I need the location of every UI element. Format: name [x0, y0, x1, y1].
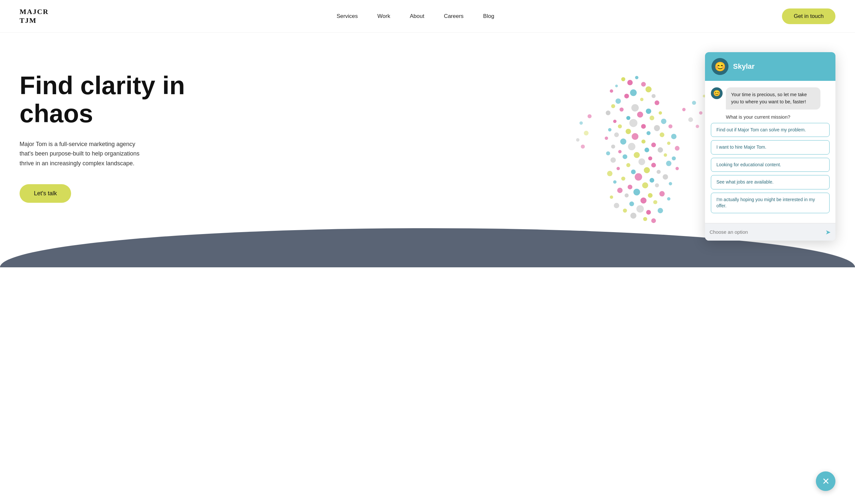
svg-point-104	[584, 131, 588, 135]
svg-point-74	[633, 189, 640, 196]
svg-point-65	[649, 178, 654, 183]
svg-point-82	[614, 203, 619, 208]
svg-point-70	[628, 184, 632, 189]
svg-point-57	[666, 161, 672, 166]
svg-point-62	[607, 171, 613, 176]
svg-point-71	[655, 183, 659, 187]
chat-bubble-1: Your time is precious, so let me take yo…	[726, 87, 820, 110]
svg-point-24	[629, 119, 638, 127]
nav-item-about[interactable]: About	[410, 13, 424, 20]
svg-point-0	[627, 80, 633, 85]
svg-point-77	[659, 191, 665, 197]
svg-point-81	[653, 200, 657, 204]
chat-option-2[interactable]: I want to hire Major Tom.	[711, 140, 830, 155]
svg-point-103	[580, 121, 583, 125]
svg-point-61	[657, 170, 661, 174]
svg-point-30	[626, 129, 631, 134]
nav-item-careers[interactable]: Careers	[444, 13, 463, 20]
svg-point-105	[576, 138, 580, 142]
chat-avatar: 😊	[712, 58, 729, 75]
svg-point-39	[651, 142, 656, 147]
chat-message-row-1: 😊 Your time is precious, so let me take …	[711, 87, 830, 110]
svg-point-102	[588, 114, 591, 118]
chat-widget: 😊 Skylar 😊 Your time is precious, so let…	[705, 52, 835, 240]
svg-point-49	[648, 157, 652, 160]
svg-point-21	[649, 116, 654, 120]
svg-point-11	[616, 98, 621, 104]
chat-body: 😊 Your time is precious, so let me take …	[705, 81, 835, 223]
svg-point-41	[667, 142, 671, 145]
svg-point-78	[610, 196, 613, 199]
svg-point-92	[692, 101, 696, 105]
svg-point-37	[641, 140, 645, 143]
get-in-touch-button[interactable]: Get in touch	[782, 8, 835, 24]
svg-point-31	[647, 131, 651, 135]
svg-point-106	[581, 144, 585, 148]
nav-item-blog[interactable]: Blog	[483, 13, 494, 20]
svg-point-73	[669, 182, 672, 185]
svg-point-75	[648, 193, 653, 198]
nav-item-services[interactable]: Services	[337, 13, 358, 20]
svg-point-95	[699, 111, 702, 114]
svg-point-20	[626, 116, 630, 120]
lets-talk-button[interactable]: Let's talk	[20, 184, 71, 203]
hero-title: Find clarity in chaos	[20, 72, 189, 128]
svg-point-87	[658, 208, 663, 214]
chat-msg-avatar: 😊	[711, 87, 723, 99]
chat-option-4[interactable]: See what jobs are available.	[711, 175, 830, 190]
svg-point-68	[613, 180, 616, 183]
svg-point-80	[629, 201, 634, 206]
site-header: MAJCR TJM Services Work About Careers Bl…	[0, 0, 855, 33]
svg-point-3	[641, 82, 646, 86]
svg-point-1	[635, 76, 639, 79]
svg-point-89	[643, 217, 647, 221]
chat-option-3[interactable]: Looking for educational content.	[711, 158, 830, 172]
svg-point-67	[663, 174, 668, 180]
svg-point-29	[669, 124, 672, 128]
chat-footer: ➤	[705, 223, 835, 240]
svg-point-85	[646, 210, 651, 215]
svg-point-94	[688, 118, 693, 122]
svg-point-15	[646, 109, 652, 114]
hero-content: Find clarity in chaos Major Tom is a ful…	[20, 59, 189, 203]
chat-input[interactable]	[710, 227, 822, 237]
chat-option-5[interactable]: I'm actually hoping you might be interes…	[711, 193, 830, 213]
svg-point-16	[620, 108, 623, 111]
svg-point-23	[661, 119, 666, 124]
svg-point-18	[606, 110, 610, 115]
svg-point-38	[620, 139, 626, 145]
svg-point-28	[608, 128, 611, 131]
chat-options: Find out if Major Tom can solve my probl…	[711, 123, 830, 214]
svg-point-72	[617, 188, 623, 193]
svg-point-50	[623, 154, 627, 159]
svg-point-52	[610, 158, 616, 163]
site-logo[interactable]: MAJCR TJM	[20, 7, 49, 25]
svg-point-44	[618, 150, 622, 153]
svg-point-43	[644, 148, 649, 152]
svg-point-91	[682, 108, 685, 111]
svg-point-5	[646, 86, 652, 93]
svg-point-14	[631, 104, 639, 111]
svg-point-76	[624, 193, 628, 197]
nav-item-work[interactable]: Work	[377, 13, 390, 20]
svg-point-60	[631, 169, 636, 174]
svg-point-35	[605, 137, 608, 140]
chat-send-button[interactable]: ➤	[825, 228, 831, 236]
svg-point-17	[659, 111, 662, 114]
svg-point-13	[611, 104, 615, 108]
svg-point-40	[611, 144, 615, 148]
svg-point-64	[635, 173, 642, 181]
svg-point-59	[644, 167, 650, 174]
chat-agent-name: Skylar	[733, 62, 754, 71]
svg-point-42	[628, 143, 636, 150]
svg-point-46	[606, 151, 610, 155]
svg-point-32	[631, 133, 639, 140]
svg-point-12	[655, 101, 659, 105]
svg-point-27	[654, 125, 660, 131]
svg-point-10	[640, 98, 643, 101]
svg-point-19	[637, 111, 643, 118]
svg-point-34	[660, 132, 664, 137]
svg-point-69	[642, 182, 648, 188]
chat-option-1[interactable]: Find out if Major Tom can solve my probl…	[711, 123, 830, 137]
svg-point-56	[626, 163, 630, 167]
